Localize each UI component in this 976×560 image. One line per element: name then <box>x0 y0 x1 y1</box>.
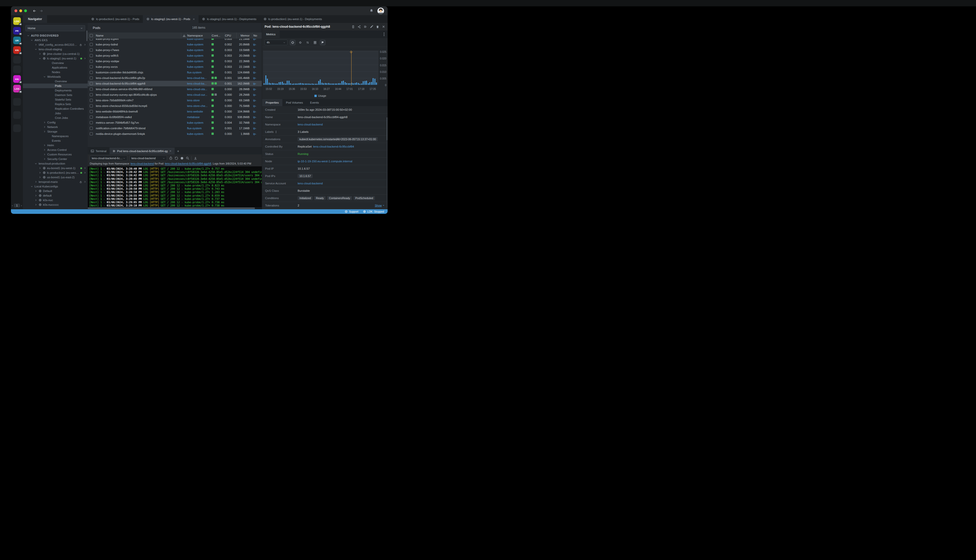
row-checkbox[interactable] <box>90 99 93 102</box>
row-checkbox[interactable] <box>90 65 93 68</box>
namespace-link[interactable]: kube-system <box>187 60 203 63</box>
container-select[interactable]: lens-cloud-backend <box>129 155 167 161</box>
expand-arrow-icon[interactable] <box>84 43 86 46</box>
node-link[interactable]: ip- <box>253 121 256 124</box>
navigator-scrollbar[interactable] <box>87 30 87 41</box>
namespace-link[interactable]: kube-system <box>187 65 203 68</box>
forward-icon[interactable] <box>39 9 43 13</box>
sidebar-item-stateful-sets[interactable]: Stateful Sets <box>23 97 88 102</box>
namespace-link[interactable]: lens-cloud-ba... <box>187 82 207 85</box>
expand-arrow-icon[interactable] <box>84 57 86 60</box>
support-button[interactable]: Support <box>345 210 358 213</box>
cluster-icon-ldk[interactable]: LDK <box>13 17 21 25</box>
pod-row-kube-proxy-w9fc5[interactable]: kube-proxy-w9fc5kube-system0.00320.0MiBi… <box>88 53 262 58</box>
metrics-menu-icon[interactable] <box>384 30 388 38</box>
namespace-link[interactable]: kube-system <box>187 121 203 124</box>
tab-properties[interactable]: Properties <box>262 99 282 106</box>
pod-row-lens-website-66dd48f4cb-bwmv8[interactable]: lens-website-66dd48f4cb-bwmv8lens-websit… <box>88 109 262 114</box>
node-link[interactable]: ip- <box>253 88 256 91</box>
row-checkbox[interactable] <box>90 60 93 63</box>
sidebar-item-applications[interactable]: Applications <box>23 65 88 70</box>
node-link[interactable]: ip- <box>253 65 256 68</box>
zoom-window-button[interactable] <box>24 9 27 12</box>
pod-row-nvidia-device-plugin-daemonset-5nkpk[interactable]: nvidia-device-plugin-daemonset-5nkpkkube… <box>88 131 262 137</box>
pod-row-kube-proxy-lcg4m[interactable]: kube-proxy-lcg4mkube-system0.00321.1MiBi… <box>88 38 262 42</box>
filesystem-metric-icon[interactable] <box>313 40 318 45</box>
node-link[interactable]: ip- <box>253 110 256 113</box>
row-checkbox[interactable] <box>90 127 93 130</box>
row-checkbox[interactable] <box>90 82 93 85</box>
sort-icon[interactable] <box>275 130 277 133</box>
node-link[interactable]: ip- <box>253 99 256 102</box>
column-header-node[interactable]: No <box>252 33 262 38</box>
sidebar-item-us-bored1-us-east-2[interactable]: us-bored1 (us-east-2) <box>23 175 88 180</box>
back-icon[interactable] <box>33 9 37 13</box>
sidebar-item-overview[interactable]: Overview <box>23 79 88 83</box>
pod-row-lens-store-7b5dd999d4-rsfm7[interactable]: lens-store-7b5dd999d4-rsfm7lens-store0.0… <box>88 98 262 103</box>
pager-next-icon[interactable]: › <box>21 204 22 207</box>
row-checkbox[interactable] <box>90 54 93 57</box>
sidebar-item-default[interactable]: default <box>23 193 88 198</box>
node-link[interactable]: ip- <box>253 132 256 135</box>
flag-metric-icon[interactable] <box>320 40 325 45</box>
sidebar-item-overview[interactable]: Overview <box>23 61 88 65</box>
namespace-link[interactable]: kube-system <box>187 43 203 46</box>
namespace-link[interactable]: lens-cloud-ba... <box>187 77 207 80</box>
network-metric-icon[interactable] <box>305 40 310 45</box>
pager-prev-icon[interactable]: ‹ <box>12 204 13 207</box>
pod-row-kustomize-controller-9dcbd4695-zlsjs[interactable]: kustomize-controller-9dcbd4695-zlsjsflux… <box>88 70 262 75</box>
node-link[interactable]: ip- <box>253 60 256 63</box>
column-header-namespace[interactable]: Namespace <box>187 33 211 38</box>
pod-select[interactable]: lens-cloud-backend-6c95c... <box>90 155 127 161</box>
row-checkbox[interactable] <box>90 77 93 80</box>
tab-lc-staging1-eu-west-1-deployments[interactable]: lc-staging1 (eu-west-1) - Deployments <box>199 15 260 23</box>
node-link[interactable]: ip- <box>253 43 256 46</box>
node-link[interactable]: ip- <box>253 82 256 85</box>
expand-arrow-icon[interactable] <box>84 180 86 183</box>
sidebar-item-custom-resources[interactable]: Custom Resources <box>23 152 88 157</box>
tab-lc-staging1-eu-west-1-pods[interactable]: lc-staging1 (eu-west-1) - Pods <box>143 15 199 23</box>
sidebar-item-storage[interactable]: Storage <box>23 129 88 134</box>
container-icon[interactable] <box>180 157 184 160</box>
row-checkbox[interactable] <box>90 88 93 91</box>
cluster-icon-kn[interactable]: KN <box>13 46 21 54</box>
pod-row-kube-proxy-xsdqw[interactable]: kube-proxy-xsdqwkube-system0.00322.3MiBi… <box>88 58 262 64</box>
sidebar-item-config[interactable]: Config <box>23 120 88 125</box>
show-tolerations-link[interactable]: Show <box>374 204 384 207</box>
sidebar-item-lens-cloud-staging[interactable]: lens-cloud-staging <box>23 47 88 52</box>
log-info-link[interactable]: lens-cloud-backend <box>130 162 154 165</box>
column-header-cpu[interactable]: CPU <box>225 33 236 38</box>
sidebar-item-jime-cluster-ca-central-1[interactable]: jime-cluster (ca-central-1) <box>23 52 88 56</box>
node-link[interactable]: ip- <box>253 77 256 80</box>
time-range-select[interactable]: 4h <box>264 40 287 45</box>
sidebar-item-iam-config-access-841310725496[interactable]: IAM_config_access-841310725496 <box>23 42 88 47</box>
cluster-icon-pr[interactable]: PR <box>13 27 21 35</box>
node-link[interactable]: ip- <box>253 71 256 74</box>
sidebar-item-lensprod-mario[interactable]: lensprod-mario <box>23 180 88 184</box>
sidebar-item-k0s-nuc[interactable]: k0s-nuc <box>23 198 88 202</box>
node-link[interactable]: ip- <box>253 93 256 96</box>
sidebar-item-default[interactable]: Default <box>23 189 88 193</box>
pod-row-metabase-6c6fb685f4-vwlkd[interactable]: metabase-6c6fb685f4-vwlkdmetabase0.00393… <box>88 114 262 120</box>
cluster-icon-kn[interactable]: KN <box>13 75 21 83</box>
memory-metric-icon[interactable] <box>298 40 303 45</box>
cluster-status[interactable]: LDK: Stopped <box>363 210 384 213</box>
row-checkbox[interactable] <box>90 121 93 124</box>
sidebar-item-events[interactable]: Events <box>23 138 88 143</box>
sidebar-item-namespaces[interactable]: Namespaces <box>23 134 88 138</box>
row-checkbox[interactable] <box>90 48 93 52</box>
sidebar-item-pods[interactable]: Pods <box>23 83 88 88</box>
close-tab-icon[interactable] <box>169 150 172 152</box>
sidebar-item-helm[interactable]: Helm <box>23 143 88 148</box>
node-link[interactable]: ip- <box>253 38 256 40</box>
pod-row-lens-cloud-backend-6c95ccbf84-qgph8[interactable]: lens-cloud-backend-6c95ccbf84-qgph8lens-… <box>88 81 262 87</box>
sidebar-item-lc-staging1-eu-west-1[interactable]: lc-staging1 (eu-west-1) <box>23 56 88 61</box>
sidebar-item-lc-production1-eu-west-1[interactable]: lc-production1 (eu-west-1) <box>23 170 88 175</box>
warning-column-icon[interactable] <box>181 33 187 38</box>
tab-lc-production1-eu-west-1-pods[interactable]: lc-production1 (eu-west-1) - Pods <box>88 15 143 23</box>
pod-logs-tab[interactable]: Pod lens-cloud-backend-6c95ccbf84-qg <box>110 148 175 154</box>
pod-row-lens-cloud-survey-survey-api-8645cd4cdb-qlzps[interactable]: lens-cloud-survey-survey-api-8645cd4cdb-… <box>88 92 262 98</box>
node-link[interactable]: ip- <box>253 104 256 107</box>
namespace-link[interactable]: metabase <box>187 115 200 118</box>
namespace-link[interactable]: kube-system <box>187 38 203 40</box>
